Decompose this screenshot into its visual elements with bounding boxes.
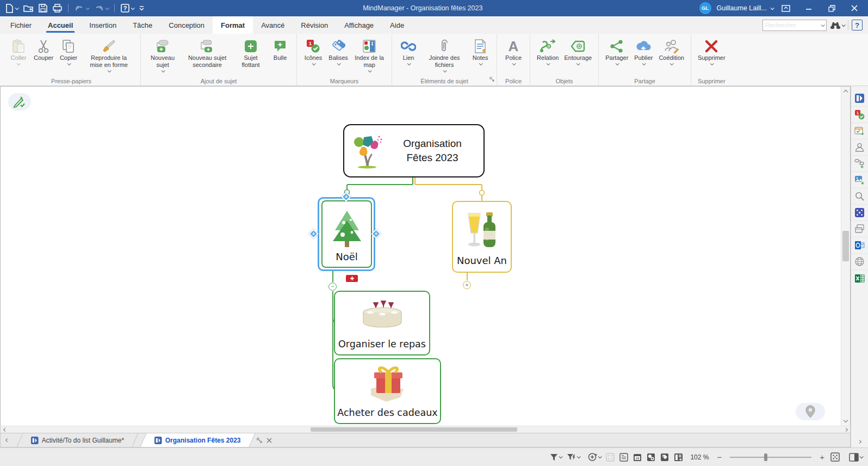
- open-button[interactable]: [21, 3, 35, 14]
- publish-button[interactable]: Publier: [631, 36, 656, 65]
- tab-tache[interactable]: Tâche: [125, 16, 160, 34]
- format-painter-button[interactable]: Reproduire la mise en forme: [81, 36, 137, 72]
- relationship-button[interactable]: Relation: [534, 36, 561, 65]
- image-add-button[interactable]: [851, 172, 868, 188]
- chevron-down-icon[interactable]: [771, 6, 774, 10]
- user-name[interactable]: Guillaume Laill...: [717, 4, 767, 12]
- map-index-button[interactable]: Index de la map: [351, 36, 388, 72]
- doc-tab-activite[interactable]: Activité/To do list Guillaume*: [16, 433, 139, 447]
- scroll-up-arrow[interactable]: [841, 88, 850, 96]
- map-canvas[interactable]: Organisation Fêtes 2023 Noël: [0, 86, 851, 426]
- redo-button[interactable]: [92, 3, 110, 14]
- new-subtopic-button[interactable]: Nouveau sujet secondaire: [181, 36, 234, 69]
- link-button[interactable]: Lien: [396, 36, 421, 65]
- markers-pane-button[interactable]: 1: [851, 107, 868, 123]
- horizontal-scroll-thumb[interactable]: [311, 427, 517, 432]
- delete-button[interactable]: Supprimer: [695, 36, 728, 65]
- topic-structure-button[interactable]: [851, 156, 868, 172]
- zoom-in-button[interactable]: +: [819, 452, 826, 462]
- web-globe-button[interactable]: [851, 254, 868, 270]
- copy-button[interactable]: Copier: [56, 36, 81, 65]
- task-pane-toggle-button[interactable]: [849, 453, 863, 462]
- topic-acheter-des-cadeaux[interactable]: Acheter des cadeaux: [334, 358, 441, 424]
- callout-button[interactable]: Bulle: [268, 36, 293, 62]
- walkthrough-button[interactable]: [588, 452, 601, 462]
- topic-nouvel-an[interactable]: Nouvel An: [452, 201, 512, 273]
- filter-button[interactable]: [550, 453, 562, 461]
- expand-toggle-nouvel-an[interactable]: +: [463, 281, 471, 289]
- tab-avance[interactable]: Avancé: [253, 16, 293, 34]
- excel-button[interactable]: [851, 270, 868, 286]
- doc-tab-organisation-fetes[interactable]: Organisation Fêtes 2023: [140, 433, 256, 447]
- tab-conception[interactable]: Conception: [160, 16, 213, 34]
- fit-map-button[interactable]: [830, 452, 840, 462]
- task-add-badge[interactable]: [346, 275, 358, 282]
- tab-insertion[interactable]: Insertion: [81, 16, 125, 34]
- avatar[interactable]: GL: [699, 2, 711, 14]
- new-topic-button[interactable]: Nouveau sujet: [145, 36, 181, 72]
- tab-format[interactable]: Format: [213, 16, 253, 34]
- customize-toolbar-button[interactable]: [137, 4, 146, 13]
- attach-files-button[interactable]: Joindre des fichiers: [421, 36, 468, 72]
- search-input[interactable]: [763, 22, 819, 28]
- zoom-slider-handle[interactable]: [764, 453, 767, 461]
- vertical-scroll-thumb[interactable]: [842, 231, 849, 261]
- tab-aide[interactable]: Aide: [382, 16, 412, 34]
- map-location-button[interactable]: [796, 403, 825, 420]
- zoom-out-button[interactable]: −: [716, 452, 723, 462]
- horizontal-scrollbar[interactable]: [0, 426, 851, 433]
- coediting-indicator[interactable]: [8, 93, 31, 111]
- search-pane-button[interactable]: [851, 188, 868, 205]
- save-button[interactable]: [36, 2, 49, 14]
- restore-button[interactable]: [821, 1, 842, 16]
- help-menu-button[interactable]: ?: [119, 2, 136, 14]
- popout-tab-icon[interactable]: [257, 438, 262, 443]
- font-button[interactable]: A Police: [501, 36, 526, 65]
- scroll-right-arrow[interactable]: [841, 425, 850, 434]
- minimize-button[interactable]: [798, 1, 819, 16]
- tab-revision[interactable]: Révision: [293, 16, 336, 34]
- presentation-view-button[interactable]: [674, 453, 683, 462]
- print-button[interactable]: [51, 2, 64, 14]
- fit-map-pane-button[interactable]: [851, 205, 868, 221]
- tab-fichier[interactable]: Fichier: [2, 16, 40, 34]
- paste-button[interactable]: Coller: [6, 36, 31, 65]
- boundary-button[interactable]: Entourage: [561, 36, 594, 65]
- tags-button[interactable]: Balises: [326, 36, 351, 65]
- central-topic[interactable]: Organisation Fêtes 2023: [343, 124, 485, 177]
- vertical-scrollbar[interactable]: [841, 87, 850, 426]
- outline-view-button[interactable]: [619, 453, 628, 462]
- cut-button[interactable]: Couper: [31, 36, 56, 62]
- tab-accueil[interactable]: Accueil: [40, 16, 81, 34]
- outlook-button[interactable]: [851, 237, 868, 254]
- close-button[interactable]: [844, 1, 865, 16]
- search-dropdown-arrow[interactable]: [819, 24, 826, 27]
- floating-topic-button[interactable]: Sujet flottant: [234, 36, 268, 69]
- topic-organiser-le-repas[interactable]: Organiser le repas: [334, 291, 430, 355]
- schedule-view-button[interactable]: 24: [633, 453, 642, 462]
- scroll-down-arrow[interactable]: [841, 416, 850, 425]
- new-document-button[interactable]: [3, 2, 20, 15]
- share-button[interactable]: Partager: [603, 36, 631, 65]
- sidebar-expand-arrow[interactable]: [858, 436, 861, 445]
- coediting-button[interactable]: Coédition: [656, 36, 686, 65]
- task-info-button[interactable]: [851, 123, 868, 139]
- collapse-toggle-noel[interactable]: −: [328, 283, 337, 291]
- zoom-slider[interactable]: [730, 457, 811, 458]
- tags-view-button[interactable]: [660, 453, 669, 462]
- tab-scroll-left-arrow[interactable]: [3, 433, 12, 447]
- help-button[interactable]: ?: [852, 20, 863, 30]
- notes-button[interactable]: Notes: [468, 36, 493, 65]
- contact-pane-button[interactable]: [851, 139, 868, 156]
- icons-view-button[interactable]: [647, 453, 655, 462]
- map-parts-button[interactable]: [851, 90, 868, 107]
- ribbon-display-options-button[interactable]: [776, 1, 796, 16]
- fit-selection-button[interactable]: [606, 453, 615, 462]
- scroll-left-arrow[interactable]: [1, 425, 9, 434]
- undo-button[interactable]: [72, 3, 91, 14]
- window-pane-button[interactable]: [851, 221, 868, 237]
- icons-button[interactable]: 1 Icônes: [301, 36, 326, 65]
- find-button[interactable]: [830, 21, 845, 29]
- dialog-launcher-icon[interactable]: [489, 74, 494, 84]
- close-tab-icon[interactable]: [266, 438, 272, 443]
